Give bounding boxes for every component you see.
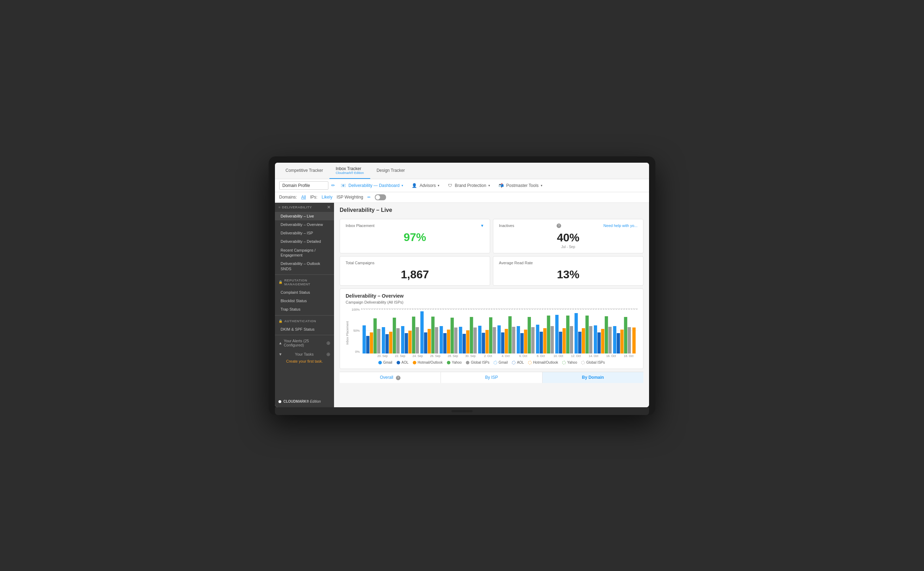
avg-read-rate-value: 13%	[499, 268, 637, 281]
svg-rect-4	[370, 332, 373, 353]
domains-label: Domains:	[279, 194, 297, 200]
sidebar-item-deliverability-isp[interactable]: Deliverability – ISP	[275, 229, 334, 237]
sidebar-item-outlook-snds[interactable]: Deliverability – Outlook SNDS	[275, 259, 334, 273]
nav-menu-deliverability[interactable]: 📧 Deliverability — Dashboard ▾	[338, 182, 406, 190]
nav-menu-postmaster[interactable]: 📬 Postmaster Tools ▾	[496, 182, 545, 190]
legend-aol-solid: AOL	[397, 361, 409, 364]
edit-icon[interactable]: ✏	[331, 183, 335, 188]
stat-card-total-campaigns: Total Campaigns 1,867	[340, 256, 490, 286]
svg-rect-46	[531, 327, 535, 353]
postmaster-icon: 📬	[499, 183, 504, 188]
sidebar-reputation-section: 🔒 REPUTATION MANAGEMENT	[275, 276, 334, 288]
main-content: Deliverability – Live Inbox Placement ▼ …	[334, 203, 649, 396]
svg-rect-32	[478, 326, 481, 353]
sidebar-close-icon[interactable]: ✕	[327, 205, 331, 210]
footer-tab-by-domain[interactable]: By Domain	[542, 372, 643, 383]
svg-rect-14	[408, 331, 411, 353]
svg-rect-65	[605, 316, 608, 353]
svg-rect-2	[363, 326, 366, 353]
svg-rect-25	[450, 318, 454, 353]
domain-input[interactable]	[279, 181, 328, 190]
add-task-icon[interactable]: ⊕	[326, 351, 331, 357]
overall-help-icon[interactable]: ?	[396, 376, 400, 380]
deliverability-icon: 📧	[341, 183, 346, 188]
tab-competitive-tracker[interactable]: Competitive Tracker	[279, 164, 329, 177]
chart-subtitle: Campaign Deliverability (All ISPs)	[346, 300, 637, 304]
sidebar-item-blocklist-status[interactable]: Blocklist Status	[275, 296, 334, 305]
add-alert-icon[interactable]: ⊕	[326, 340, 331, 346]
stat-card-inbox-placement: Inbox Placement ▼ 97%	[340, 219, 490, 253]
svg-rect-9	[389, 332, 392, 353]
inactives-label: Inactives	[499, 224, 514, 228]
dotted-line	[361, 309, 637, 309]
tab-design-tracker[interactable]: Design Tracker	[370, 164, 411, 177]
svg-rect-26	[454, 327, 457, 353]
sidebar-item-dkim-spf[interactable]: DKIM & SPF Status	[275, 325, 334, 333]
edit-isp-icon[interactable]: ✏	[368, 195, 371, 200]
svg-rect-3	[366, 336, 369, 353]
svg-rect-19	[428, 329, 431, 353]
filter-domains-all[interactable]: All	[301, 194, 306, 200]
legend-gmail-dashed: Gmail	[494, 361, 508, 364]
svg-rect-43	[521, 333, 524, 353]
svg-rect-44	[524, 330, 527, 353]
legend-global-solid: Global ISPs	[466, 361, 490, 364]
legend-yahoo-dashed: Yahoo	[562, 361, 577, 364]
svg-rect-15	[412, 316, 415, 353]
total-campaigns-label: Total Campaigns	[346, 261, 374, 265]
tab-inbox-tracker[interactable]: Inbox Tracker Cloudmark® Edition	[329, 163, 370, 179]
sidebar: ≡ DELIVERABILITY ✕ Deliverability – Live…	[275, 203, 334, 396]
isp-weighting-label: ISP Weighting	[337, 194, 363, 200]
sidebar-item-trap-status[interactable]: Trap Status	[275, 305, 334, 313]
stat-card-inactives: Inactives ? Need help with yo... 40% Jul…	[493, 219, 643, 253]
svg-rect-52	[555, 315, 558, 353]
svg-rect-34	[485, 330, 489, 353]
svg-rect-54	[562, 328, 566, 353]
svg-rect-72	[632, 327, 636, 353]
svg-rect-41	[512, 327, 515, 353]
inactives-help-icon[interactable]: ?	[556, 224, 561, 228]
svg-rect-8	[385, 334, 388, 353]
sidebar-item-deliverability-detailed[interactable]: Deliverability – Detailed	[275, 237, 334, 245]
create-task-link[interactable]: Create your first task.	[278, 359, 331, 363]
need-help-link[interactable]: Need help with yo...	[603, 224, 637, 228]
svg-rect-64	[601, 329, 604, 353]
chevron-down-icon: ▾	[438, 184, 439, 187]
svg-rect-66	[608, 327, 612, 353]
sidebar-item-deliverability-live[interactable]: Deliverability – Live	[275, 212, 334, 220]
sidebar-item-complaint-status[interactable]: Complaint Status	[275, 288, 334, 296]
nav-menu-brand-protection[interactable]: 🛡 Brand Protection ▾	[445, 182, 493, 190]
svg-rect-58	[578, 332, 581, 353]
svg-rect-70	[624, 317, 627, 353]
svg-rect-42	[517, 326, 520, 353]
main-layout: ≡ DELIVERABILITY ✕ Deliverability – Live…	[275, 203, 649, 396]
footer-tab-overall[interactable]: Overall ?	[340, 372, 441, 383]
filter-ips-likely[interactable]: Likely	[322, 194, 332, 200]
nav-menu-advisors[interactable]: 👤 Advisors ▾	[409, 182, 442, 190]
svg-rect-67	[613, 326, 617, 353]
chart-legend: Gmail AOL Hotmail/Outlook Yahoo	[346, 361, 637, 364]
sidebar-authentication-section: 🔒 AUTHENTICATION	[275, 317, 334, 325]
svg-rect-31	[474, 327, 477, 353]
svg-rect-23	[443, 333, 447, 353]
svg-rect-40	[508, 316, 511, 353]
chevron-down-icon: ▾	[541, 184, 542, 187]
sidebar-tasks-header[interactable]: ▼ Your Tasks ⊕	[278, 351, 331, 357]
svg-rect-18	[424, 332, 427, 353]
bar-chart-wrapper: 20. Sep 22. Sep 24. Sep 26. Sep 28. Sep …	[361, 308, 637, 358]
legend-hotmail-solid: Hotmail/Outlook	[413, 361, 443, 364]
svg-rect-33	[482, 333, 485, 353]
isp-weighting-toggle[interactable]	[375, 194, 386, 200]
svg-rect-28	[463, 334, 466, 353]
footer-tab-by-isp[interactable]: By ISP	[441, 372, 542, 383]
svg-rect-7	[382, 327, 385, 353]
sidebar-item-recent-campaigns[interactable]: Recent Campaigns / Engagement	[275, 246, 334, 260]
bottom-bar-content	[334, 396, 649, 407]
svg-rect-35	[489, 317, 492, 353]
legend-yahoo-solid: Yahoo	[447, 361, 462, 364]
svg-rect-20	[431, 316, 434, 353]
filter-icon[interactable]: ▼	[480, 224, 484, 228]
laptop-screen: Competitive Tracker Inbox Tracker Cloudm…	[275, 163, 649, 407]
sidebar-alerts[interactable]: ▲ Your Alerts (25 Configured) ⊕	[275, 336, 334, 349]
sidebar-item-deliverability-overview[interactable]: Deliverability – Overview	[275, 220, 334, 229]
